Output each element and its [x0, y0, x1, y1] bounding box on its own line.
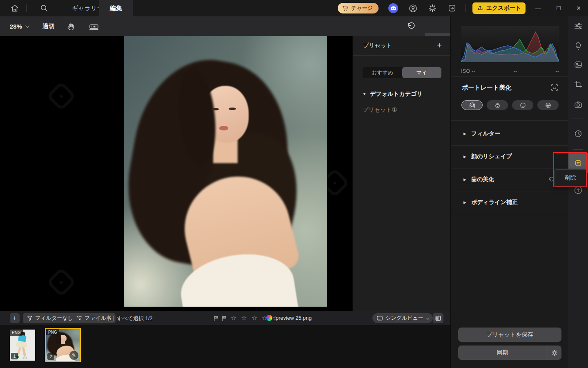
chevron-down-icon	[25, 24, 29, 28]
section-filter-label: フィルター	[471, 130, 500, 137]
preset-tab-my-label: マイ	[416, 69, 427, 76]
exif-info-row: ISO -- -- --	[461, 68, 559, 74]
star-icon[interactable]: ☆	[231, 314, 238, 322]
zoom-level-control[interactable]: 28%	[10, 16, 28, 36]
profile-button[interactable]	[408, 3, 418, 13]
face-type-woman-button[interactable]	[461, 100, 483, 110]
star-icon[interactable]: ☆	[241, 314, 248, 322]
thumbnail-2-edited-badge: ✎	[69, 351, 78, 360]
section-face-reshape[interactable]: ▶ 顔のリシェイプ	[451, 145, 569, 168]
export-icon	[477, 5, 483, 11]
adjustments-panel: ISO -- -- -- ポートレート美化 ▶ フィルタ	[450, 16, 568, 368]
flag-reject-button[interactable]	[221, 315, 227, 321]
preset-category-toggle[interactable]: ▼ デフォルトカテゴリ	[363, 90, 423, 98]
discord-button[interactable]	[388, 3, 398, 13]
save-preset-button[interactable]: プリセットを保存	[458, 328, 561, 342]
gear-icon	[551, 349, 558, 357]
edit-toolbar: 28% 適切	[0, 16, 450, 36]
discord-icon	[390, 6, 396, 11]
maximize-button[interactable]: □	[549, 0, 568, 16]
settings-button[interactable]	[428, 3, 437, 13]
preset-tabs: おすすめ マイ	[363, 67, 441, 78]
portrait-section-title: ポートレート美化	[462, 84, 511, 92]
tab-gallery-label: ギャラリー	[72, 4, 103, 12]
flag-x-icon	[221, 315, 227, 321]
masked-face-icon	[544, 101, 552, 109]
thumbnail-1[interactable]: PNG 1	[10, 330, 35, 361]
gear-icon	[428, 4, 437, 13]
triangle-right-icon: ▶	[463, 132, 466, 136]
sync-button-group: 同期	[458, 346, 561, 360]
export-label: エクスポート	[486, 4, 521, 12]
filmstrip: PNG 1 PNG 2 ✎	[0, 325, 450, 368]
filter-none-label: フィルターなし	[35, 314, 73, 322]
ruler-tool-button[interactable]	[88, 21, 100, 32]
bottombar-divider	[430, 314, 430, 322]
section-filter[interactable]: ▶ フィルター	[451, 122, 569, 145]
search-button[interactable]	[38, 3, 50, 13]
minimize-button[interactable]: —	[529, 0, 548, 16]
edited-photo[interactable]	[124, 36, 327, 307]
woman-face-icon	[468, 101, 476, 109]
face-type-man-button[interactable]	[487, 100, 508, 110]
select-all-checkbox[interactable]	[108, 316, 114, 321]
canvas-area[interactable]	[0, 36, 352, 311]
man-face-icon	[494, 101, 501, 109]
funnel-icon	[27, 315, 33, 321]
face-type-mask-button[interactable]	[537, 100, 559, 110]
view-mode-dropdown[interactable]: シングルビュー	[372, 313, 433, 323]
tab-edit[interactable]: 編集	[99, 0, 133, 16]
flag-pick-button[interactable]	[213, 315, 219, 321]
undo-button[interactable]	[405, 21, 417, 31]
section-body-line[interactable]: ▶ ボディライン補正	[451, 191, 569, 214]
hand-tool-button[interactable]	[65, 21, 76, 32]
add-preset-button[interactable]: +	[437, 41, 442, 50]
strip-divider	[573, 119, 583, 119]
thumbnail-2-selected[interactable]: PNG 2 ✎	[45, 328, 81, 362]
filmstrip-toolbar: + フィルターなし ファイル名 すべて選択 1/2 ☆☆☆☆☆ preview …	[0, 311, 450, 325]
sync-settings-button[interactable]	[547, 346, 561, 360]
section-face-reshape-label: 顔のリシェイプ	[471, 153, 512, 160]
effects-tool-button[interactable]	[568, 56, 588, 74]
portrait-tool-button[interactable]	[568, 37, 588, 55]
triangle-down-icon: ▼	[363, 92, 366, 96]
pencil-icon: ✎	[72, 352, 76, 358]
face-scan-icon[interactable]	[550, 83, 559, 92]
add-image-button[interactable]: +	[10, 313, 20, 323]
fit-label: 適切	[42, 22, 55, 30]
home-button[interactable]	[9, 3, 20, 13]
face-type-child-button[interactable]	[512, 100, 533, 110]
view-mode-label: シングルビュー	[385, 314, 423, 322]
color-label-button[interactable]	[266, 315, 272, 321]
search-icon	[40, 4, 49, 13]
charge-button[interactable]: チャージ	[338, 3, 379, 13]
logout-button[interactable]	[447, 3, 457, 13]
shutter-value: --	[555, 68, 559, 74]
home-icon	[10, 3, 20, 13]
section-teeth[interactable]: ▶ 歯の美化	[451, 168, 569, 191]
portrait-photo-art	[124, 36, 327, 307]
close-button[interactable]: ×	[569, 0, 588, 16]
plus-icon: +	[13, 314, 16, 322]
section-body-line-label: ボディライン補正	[471, 199, 518, 206]
history-tool-button[interactable]	[568, 125, 588, 143]
export-button[interactable]: エクスポート	[472, 2, 526, 14]
fit-button[interactable]: 適切	[42, 16, 55, 36]
charge-label: チャージ	[351, 4, 373, 12]
filter-none-button[interactable]: フィルターなし	[23, 313, 77, 323]
crop-tool-button[interactable]	[568, 76, 588, 94]
cart-icon	[342, 5, 349, 12]
preset-list-item[interactable]: プリセット①	[363, 106, 397, 114]
sync-label: 同期	[497, 349, 508, 357]
preset-tab-recommended[interactable]: おすすめ	[363, 67, 402, 78]
preset-panel-title: プリセット	[363, 42, 392, 49]
preset-tab-my[interactable]: マイ	[402, 67, 442, 78]
sort-by-filename-label: ファイル名	[85, 314, 111, 322]
split-view-button[interactable]	[433, 313, 443, 323]
adjustments-tool-button[interactable]	[568, 17, 588, 35]
camera-tool-button[interactable]	[568, 96, 588, 114]
panel-divider	[451, 214, 569, 214]
sync-button[interactable]: 同期	[458, 346, 547, 360]
star-icon[interactable]: ☆	[252, 314, 259, 322]
select-all-control[interactable]: すべて選択 1/2	[108, 315, 153, 322]
